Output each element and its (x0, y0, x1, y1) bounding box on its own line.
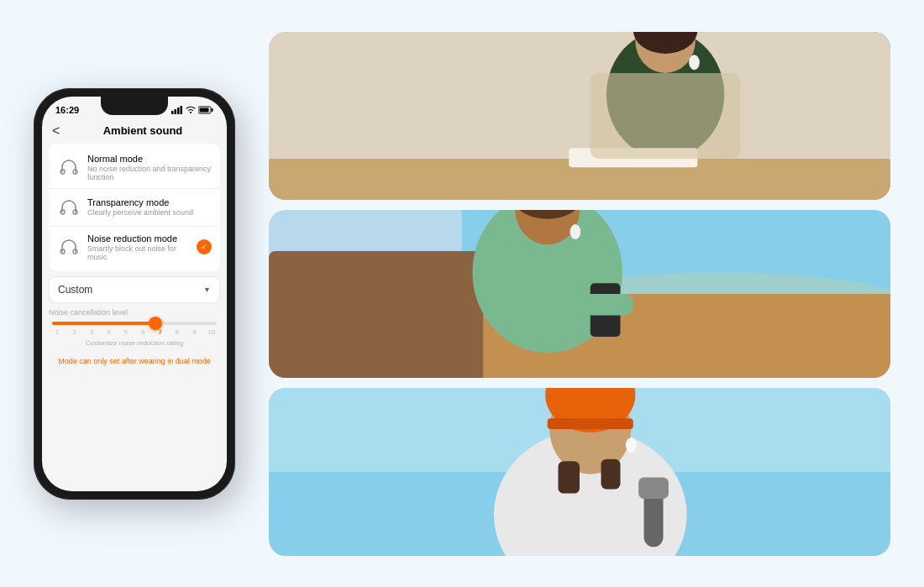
svg-rect-6 (212, 108, 213, 112)
app-title: Ambient sound (69, 124, 217, 137)
app-header: < Ambient sound (42, 120, 227, 144)
normal-mode-item[interactable]: Normal mode No noise reduction and trans… (49, 147, 220, 189)
phone-screen: 16:29 (42, 97, 227, 491)
slider-track[interactable] (52, 322, 217, 325)
slider-hint: Customize noise reduction rating (49, 339, 220, 347)
svg-rect-3 (181, 106, 183, 114)
svg-rect-0 (171, 111, 174, 114)
status-icons (171, 106, 213, 114)
back-button[interactable]: < (52, 123, 69, 139)
noise-reduction-mode-item[interactable]: Noise reduction mode Smartly block out n… (49, 227, 220, 268)
tick-2: 2 (69, 328, 79, 336)
tick-9: 9 (190, 328, 200, 336)
svg-rect-21 (591, 72, 741, 158)
headphones-icon-noise (57, 235, 81, 259)
svg-rect-2 (177, 107, 180, 114)
tick-5: 5 (121, 328, 131, 336)
svg-rect-32 (569, 294, 633, 316)
svg-point-41 (626, 438, 637, 453)
photo-card-2 (269, 210, 890, 378)
headphones-icon-normal (57, 155, 81, 179)
svg-rect-26 (269, 250, 483, 377)
phone-outer: 16:29 (34, 88, 235, 500)
noise-mode-desc: Smartly block out noise for music (87, 244, 190, 261)
normal-mode-name: Normal mode (87, 154, 212, 164)
svg-point-4 (190, 112, 192, 113)
svg-rect-7 (200, 107, 209, 112)
normal-mode-text: Normal mode No noise reduction and trans… (87, 154, 212, 181)
battery-icon (198, 106, 213, 114)
warning-text: Mode can only set after wearing in dual … (42, 350, 227, 369)
svg-rect-39 (558, 461, 580, 493)
svg-point-20 (689, 55, 700, 70)
slider-label: Noise cancellation level (49, 308, 220, 317)
transparency-mode-item[interactable]: Transparency mode Clearly perceive ambie… (49, 189, 220, 227)
photo-3-svg (269, 388, 890, 556)
noise-mode-name: Noise reduction mode (87, 233, 190, 244)
phone-mockup: 16:29 (34, 88, 235, 500)
svg-rect-43 (638, 477, 669, 499)
transparency-mode-text: Transparency mode Clearly perceive ambie… (87, 197, 212, 217)
photo-1-svg (269, 32, 890, 200)
headphones-icon-transparency (57, 196, 81, 219)
transparency-mode-desc: Clearly perceive ambient sound (87, 208, 212, 217)
svg-rect-1 (175, 109, 177, 114)
noise-mode-text: Noise reduction mode Smartly block out n… (87, 233, 190, 261)
phone-notch (101, 97, 168, 115)
transparency-mode-name: Transparency mode (87, 197, 212, 207)
photos-panel (269, 17, 890, 570)
status-time: 16:29 (55, 105, 79, 115)
slider-thumb[interactable] (149, 317, 162, 330)
wifi-icon (186, 106, 196, 114)
selected-checkmark: ✓ (197, 239, 212, 254)
photo-card-1 (269, 32, 890, 200)
signal-icon (171, 106, 183, 114)
normal-mode-desc: No noise reduction and transparency func… (87, 165, 212, 181)
tick-8: 8 (172, 328, 182, 336)
photo-2-svg (269, 210, 890, 378)
tick-4: 4 (103, 328, 113, 336)
page-container: 16:29 (0, 0, 924, 587)
dropdown-label: Custom (58, 284, 92, 296)
dropdown-arrow-icon: ▼ (203, 286, 211, 294)
tick-10: 10 (207, 328, 217, 336)
slider-ticks: 1 2 3 4 5 6 7 8 9 10 (49, 325, 220, 336)
mode-list: Normal mode No noise reduction and trans… (49, 144, 220, 271)
svg-rect-40 (601, 459, 621, 489)
slider-fill (52, 322, 155, 325)
tick-3: 3 (87, 328, 97, 336)
custom-dropdown[interactable]: Custom ▼ (49, 276, 220, 303)
photo-card-3 (269, 388, 890, 556)
slider-section: Noise cancellation level 1 2 3 4 5 6 7 8 (49, 308, 220, 347)
svg-rect-38 (548, 418, 633, 429)
svg-point-31 (570, 224, 581, 239)
tick-1: 1 (52, 328, 62, 336)
tick-6: 6 (138, 328, 148, 336)
